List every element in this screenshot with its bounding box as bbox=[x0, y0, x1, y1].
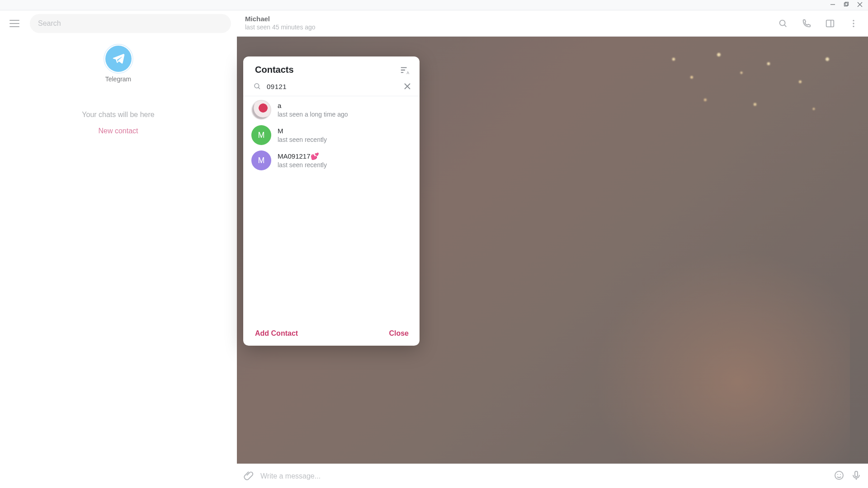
avatar bbox=[251, 100, 271, 120]
panel-icon bbox=[825, 19, 835, 28]
contact-row[interactable]: MMA091217💕last seen recently bbox=[243, 148, 420, 173]
message-input[interactable]: Write a message... bbox=[260, 472, 827, 480]
saved-messages-shortcut[interactable]: Telegram bbox=[105, 46, 132, 83]
svg-line-25 bbox=[258, 87, 260, 89]
contact-name: M bbox=[278, 127, 327, 136]
empty-chats-hint: Your chats will be here bbox=[82, 111, 154, 119]
contact-status: last seen a long time ago bbox=[278, 110, 348, 118]
svg-rect-1 bbox=[844, 3, 848, 6]
sort-icon: A bbox=[400, 66, 410, 75]
svg-point-17 bbox=[840, 474, 841, 475]
global-search-input[interactable]: Search bbox=[30, 14, 231, 33]
hamburger-icon bbox=[9, 19, 19, 28]
avatar: M bbox=[251, 150, 271, 170]
telegram-logo-icon bbox=[105, 46, 132, 72]
window-titlebar bbox=[0, 0, 868, 10]
new-contact-link[interactable]: New contact bbox=[98, 127, 138, 135]
svg-point-14 bbox=[853, 25, 854, 27]
contact-row[interactable]: alast seen a long time ago bbox=[243, 97, 420, 122]
svg-point-24 bbox=[255, 84, 259, 88]
contacts-search-input[interactable] bbox=[267, 83, 398, 90]
contacts-search-row bbox=[243, 79, 420, 96]
contacts-sort-button[interactable]: A bbox=[400, 66, 410, 75]
svg-point-12 bbox=[853, 19, 854, 21]
contacts-modal-header: Contacts A bbox=[243, 56, 420, 79]
avatar: M bbox=[251, 125, 271, 145]
close-modal-button[interactable]: Close bbox=[389, 329, 409, 338]
contact-status: last seen recently bbox=[278, 136, 327, 144]
chat-input-bar: Write a message... bbox=[237, 464, 868, 488]
voice-button[interactable] bbox=[851, 470, 862, 483]
contact-meta: alast seen a long time ago bbox=[278, 101, 348, 118]
smile-icon bbox=[834, 470, 844, 481]
phone-icon bbox=[802, 19, 811, 28]
contact-name: MA091217💕 bbox=[278, 152, 327, 161]
contacts-modal-footer: Add Contact Close bbox=[243, 323, 420, 346]
chat-status: last seen 45 minutes ago bbox=[245, 23, 316, 32]
contacts-modal: Contacts A alast seen a long time agoMMl… bbox=[243, 56, 420, 346]
svg-line-9 bbox=[784, 24, 786, 26]
search-icon bbox=[253, 82, 261, 90]
window-close-icon[interactable] bbox=[857, 1, 863, 9]
more-button[interactable] bbox=[844, 14, 863, 33]
contact-name: a bbox=[278, 101, 348, 110]
svg-point-8 bbox=[780, 20, 785, 25]
menu-button[interactable] bbox=[5, 14, 24, 33]
chat-actions bbox=[773, 14, 863, 33]
attach-button[interactable] bbox=[243, 470, 254, 483]
close-icon bbox=[403, 82, 411, 90]
svg-point-13 bbox=[853, 23, 854, 24]
paperclip-icon bbox=[243, 470, 254, 481]
svg-rect-2 bbox=[845, 2, 849, 5]
svg-text:A: A bbox=[407, 71, 410, 75]
contacts-modal-title: Contacts bbox=[255, 65, 294, 75]
chat-title: Michael bbox=[245, 15, 316, 23]
call-button[interactable] bbox=[797, 14, 816, 33]
left-top-bar: Search bbox=[0, 10, 236, 37]
chat-search-button[interactable] bbox=[773, 14, 793, 33]
window-maximize-icon[interactable] bbox=[844, 1, 849, 9]
left-empty-state: Telegram Your chats will be here New con… bbox=[0, 37, 236, 488]
window-minimize-icon[interactable] bbox=[830, 1, 835, 9]
search-icon bbox=[778, 19, 788, 28]
side-panel-button[interactable] bbox=[820, 14, 840, 33]
svg-point-15 bbox=[835, 471, 843, 479]
contact-meta: Mlast seen recently bbox=[278, 127, 327, 144]
contact-row[interactable]: MMlast seen recently bbox=[243, 122, 420, 148]
svg-point-16 bbox=[837, 474, 838, 475]
add-contact-button[interactable]: Add Contact bbox=[255, 329, 298, 338]
emoji-button[interactable] bbox=[834, 470, 844, 483]
clear-search-button[interactable] bbox=[403, 82, 411, 90]
search-placeholder: Search bbox=[38, 19, 61, 28]
microphone-icon bbox=[851, 470, 862, 481]
chat-header: Michael last seen 45 minutes ago bbox=[237, 10, 868, 37]
chat-title-block[interactable]: Michael last seen 45 minutes ago bbox=[245, 15, 316, 31]
contact-meta: MA091217💕last seen recently bbox=[278, 152, 327, 169]
contacts-list: alast seen a long time agoMMlast seen re… bbox=[243, 96, 420, 323]
app-root: Search Telegram Your chats will be here … bbox=[0, 10, 868, 488]
telegram-logo-label: Telegram bbox=[105, 75, 132, 83]
svg-rect-18 bbox=[855, 471, 858, 477]
left-panel: Search Telegram Your chats will be here … bbox=[0, 10, 237, 488]
svg-rect-10 bbox=[826, 20, 834, 27]
kebab-icon bbox=[849, 19, 859, 28]
contact-status: last seen recently bbox=[278, 161, 327, 169]
